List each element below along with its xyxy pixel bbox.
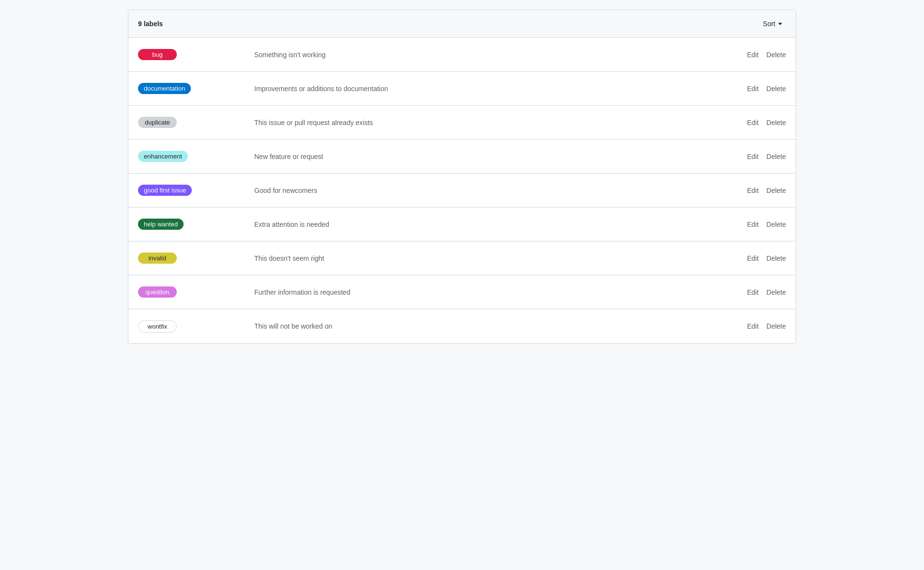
delete-button[interactable]: Delete	[767, 320, 786, 332]
label-badge-col: invalid	[138, 253, 245, 264]
labels-count: 9 labels	[138, 20, 163, 28]
labels-container: 9 labels Sort bug Something isn't workin…	[128, 10, 796, 344]
chevron-down-icon	[778, 23, 782, 25]
label-badge: invalid	[138, 253, 177, 264]
label-actions: Edit Delete	[747, 253, 786, 264]
delete-button[interactable]: Delete	[767, 286, 786, 298]
labels-list: bug Something isn't working Edit Delete …	[128, 38, 796, 343]
edit-button[interactable]: Edit	[747, 49, 758, 61]
label-badge-col: duplicate	[138, 117, 245, 128]
label-row: bug Something isn't working Edit Delete	[128, 38, 796, 72]
label-badge: documentation	[138, 83, 191, 94]
label-description: This doesn't seem right	[245, 254, 747, 262]
label-row: wontfix This will not be worked on Edit …	[128, 309, 796, 343]
label-row: duplicate This issue or pull request alr…	[128, 106, 796, 140]
label-description: Good for newcomers	[245, 187, 747, 194]
delete-button[interactable]: Delete	[767, 151, 786, 162]
label-actions: Edit Delete	[747, 320, 786, 332]
sort-button[interactable]: Sort	[759, 18, 786, 30]
label-badge-col: wontfix	[138, 320, 245, 332]
label-actions: Edit Delete	[747, 151, 786, 162]
label-badge: question	[138, 286, 177, 298]
label-description: Further information is requested	[245, 288, 747, 296]
label-row: good first issue Good for newcomers Edit…	[128, 174, 796, 207]
labels-header: 9 labels Sort	[128, 10, 796, 38]
label-badge: wontfix	[138, 320, 177, 332]
edit-button[interactable]: Edit	[747, 253, 758, 264]
label-badge: duplicate	[138, 117, 177, 128]
label-badge: bug	[138, 49, 177, 60]
label-badge-col: bug	[138, 49, 245, 60]
label-badge: enhancement	[138, 151, 188, 162]
edit-button[interactable]: Edit	[747, 151, 758, 162]
edit-button[interactable]: Edit	[747, 320, 758, 332]
label-actions: Edit Delete	[747, 83, 786, 95]
label-badge: help wanted	[138, 219, 184, 230]
label-badge-col: question	[138, 286, 245, 298]
delete-button[interactable]: Delete	[767, 49, 786, 61]
edit-button[interactable]: Edit	[747, 219, 758, 230]
label-description: Improvements or additions to documentati…	[245, 85, 747, 93]
delete-button[interactable]: Delete	[767, 83, 786, 95]
label-description: Extra attention is needed	[245, 221, 747, 228]
label-badge: good first issue	[138, 185, 192, 196]
label-description: This issue or pull request already exist…	[245, 119, 747, 127]
label-row: invalid This doesn't seem right Edit Del…	[128, 241, 796, 275]
delete-button[interactable]: Delete	[767, 185, 786, 196]
label-badge-col: enhancement	[138, 151, 245, 162]
edit-button[interactable]: Edit	[747, 83, 758, 95]
label-badge-col: documentation	[138, 83, 245, 94]
label-actions: Edit Delete	[747, 286, 786, 298]
delete-button[interactable]: Delete	[767, 219, 786, 230]
edit-button[interactable]: Edit	[747, 286, 758, 298]
label-badge-col: good first issue	[138, 185, 245, 196]
label-actions: Edit Delete	[747, 185, 786, 196]
sort-label: Sort	[763, 20, 775, 28]
label-row: enhancement New feature or request Edit …	[128, 140, 796, 174]
label-actions: Edit Delete	[747, 219, 786, 230]
label-actions: Edit Delete	[747, 117, 786, 128]
delete-button[interactable]: Delete	[767, 253, 786, 264]
label-badge-col: help wanted	[138, 219, 245, 230]
label-description: New feature or request	[245, 153, 747, 160]
label-row: question Further information is requeste…	[128, 275, 796, 309]
label-row: documentation Improvements or additions …	[128, 72, 796, 106]
delete-button[interactable]: Delete	[767, 117, 786, 128]
label-row: help wanted Extra attention is needed Ed…	[128, 207, 796, 241]
label-description: This will not be worked on	[245, 322, 747, 330]
label-description: Something isn't working	[245, 51, 747, 59]
edit-button[interactable]: Edit	[747, 185, 758, 196]
edit-button[interactable]: Edit	[747, 117, 758, 128]
label-actions: Edit Delete	[747, 49, 786, 61]
